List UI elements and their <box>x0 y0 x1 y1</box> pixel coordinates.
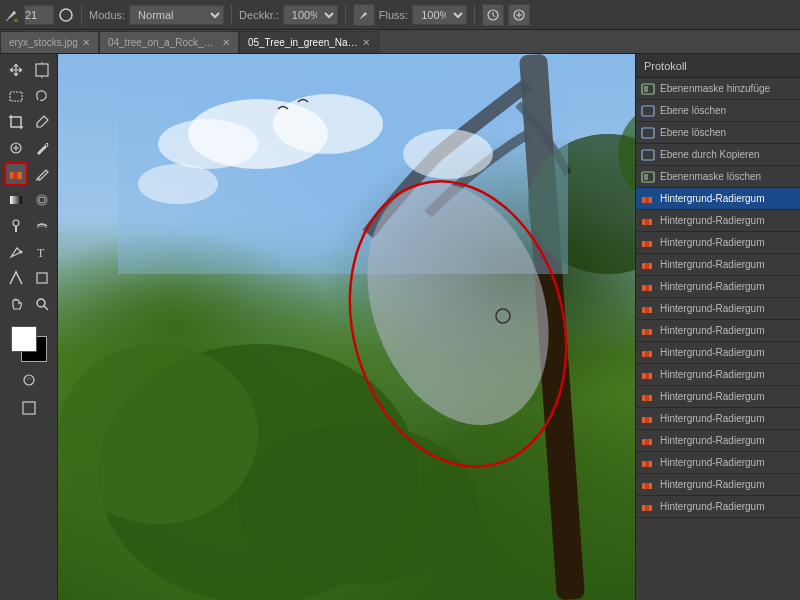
artboard-tool[interactable] <box>30 58 54 82</box>
tab-3[interactable]: 05_Tree_in_green_Nature_by_arc ✕ <box>239 31 379 53</box>
lasso-tool[interactable] <box>30 84 54 108</box>
history-item-h2[interactable]: Ebene löschen <box>636 100 800 122</box>
opacity-select[interactable]: 100% 75% 50% <box>283 5 338 25</box>
history-icon-eraser <box>640 345 656 361</box>
tool-row-3 <box>4 110 54 134</box>
path-selection-tool[interactable] <box>4 266 28 290</box>
eraser-tool[interactable] <box>4 162 28 186</box>
crop-tool[interactable] <box>4 110 28 134</box>
tool-row-10 <box>4 292 54 316</box>
canvas-area[interactable] <box>58 54 635 600</box>
history-item-label: Hintergrund-Radiergum <box>660 237 796 248</box>
svg-line-22 <box>44 306 48 310</box>
mode-select[interactable]: Normal Multiplizieren Abwedeln <box>129 5 224 25</box>
history-item-h17[interactable]: Hintergrund-Radiergum <box>636 430 800 452</box>
svg-rect-76 <box>645 505 649 511</box>
history-item-h4[interactable]: Ebene durch Kopieren <box>636 144 800 166</box>
svg-rect-50 <box>645 219 649 225</box>
foreground-color-swatch[interactable] <box>11 326 37 352</box>
zoom-tool[interactable] <box>30 292 54 316</box>
svg-rect-74 <box>645 483 649 489</box>
history-item-h18[interactable]: Hintergrund-Radiergum <box>636 452 800 474</box>
history-icon-eraser <box>640 411 656 427</box>
history-item-label: Hintergrund-Radiergum <box>660 457 796 468</box>
history-list[interactable]: Ebenenmaske hinzufügeEbene löschenEbene … <box>636 78 800 600</box>
svg-rect-41 <box>644 86 648 92</box>
history-item-h1[interactable]: Ebenenmaske hinzufüge <box>636 78 800 100</box>
history-item-h8[interactable]: Hintergrund-Radiergum <box>636 232 800 254</box>
pen-tool[interactable] <box>4 240 28 264</box>
history-item-h6[interactable]: Hintergrund-Radiergum <box>636 188 800 210</box>
svg-rect-54 <box>645 263 649 269</box>
tab-3-close[interactable]: ✕ <box>362 37 370 48</box>
smudge-tool[interactable] <box>30 214 54 238</box>
tab-2[interactable]: 04_tree_on_a_Rock_by_archaeopteryx_stock… <box>99 31 239 53</box>
tab-1-close[interactable]: ✕ <box>82 37 90 48</box>
history-item-label: Hintergrund-Radiergum <box>660 303 796 314</box>
svg-rect-70 <box>645 439 649 445</box>
history-item-label: Ebene löschen <box>660 127 796 138</box>
marquee-tool[interactable] <box>4 84 28 108</box>
svg-rect-60 <box>645 329 649 335</box>
history-item-h13[interactable]: Hintergrund-Radiergum <box>636 342 800 364</box>
brush-size-input[interactable]: 21 <box>24 5 54 25</box>
history-item-h11[interactable]: Hintergrund-Radiergum <box>636 298 800 320</box>
history-item-h15[interactable]: Hintergrund-Radiergum <box>636 386 800 408</box>
history-item-h14[interactable]: Hintergrund-Radiergum <box>636 364 800 386</box>
history-item-h3[interactable]: Ebene löschen <box>636 122 800 144</box>
tool-row-6 <box>4 188 54 212</box>
history-icon-eraser <box>640 433 656 449</box>
opacity-label: Deckkr.: <box>239 9 279 21</box>
history-item-h5[interactable]: Ebenenmaske löschen <box>636 166 800 188</box>
tab-1[interactable]: eryx_stocks.jpg ✕ <box>0 31 99 53</box>
flow-select[interactable]: 100% 75% 50% <box>412 5 467 25</box>
flow-label: Fluss: <box>379 9 408 21</box>
history-icon-eraser <box>640 367 656 383</box>
tool-row-2 <box>4 84 54 108</box>
healing-tool[interactable] <box>4 136 28 160</box>
history-item-h10[interactable]: Hintergrund-Radiergum <box>636 276 800 298</box>
tool-options-icon[interactable] <box>482 4 504 26</box>
extra-options-icon[interactable] <box>508 4 530 26</box>
history-icon-eraser <box>640 257 656 273</box>
dodge-tool[interactable] <box>4 214 28 238</box>
tool-row-4 <box>4 136 54 160</box>
tool-row-screen <box>17 396 41 420</box>
history-item-h12[interactable]: Hintergrund-Radiergum <box>636 320 800 342</box>
svg-rect-66 <box>645 395 649 401</box>
pencil-tool[interactable] <box>30 162 54 186</box>
history-item-h16[interactable]: Hintergrund-Radiergum <box>636 408 800 430</box>
history-item-label: Ebenenmaske löschen <box>660 171 796 182</box>
gradient-tool[interactable] <box>4 188 28 212</box>
screen-mode-toggle[interactable] <box>17 396 41 420</box>
history-item-label: Ebene durch Kopieren <box>660 149 796 160</box>
history-item-h7[interactable]: Hintergrund-Radiergum <box>636 210 800 232</box>
shape-tool[interactable] <box>30 266 54 290</box>
history-item-label: Hintergrund-Radiergum <box>660 413 796 424</box>
toolbar-brush-icon <box>4 7 20 23</box>
brush-options-icon[interactable] <box>58 7 74 23</box>
move-tool[interactable] <box>4 58 28 82</box>
tool-row-7 <box>4 214 54 238</box>
svg-rect-0 <box>14 19 18 22</box>
history-icon-mask <box>640 169 656 185</box>
tool-row-5 <box>4 162 54 186</box>
history-item-h20[interactable]: Hintergrund-Radiergum <box>636 496 800 518</box>
tab-bar: eryx_stocks.jpg ✕ 04_tree_on_a_Rock_by_a… <box>0 30 800 54</box>
quick-mask-toggle[interactable] <box>17 368 41 392</box>
tab-2-close[interactable]: ✕ <box>222 37 230 48</box>
history-item-h19[interactable]: Hintergrund-Radiergum <box>636 474 800 496</box>
airbrush-toggle[interactable] <box>353 4 375 26</box>
left-toolbox: T <box>0 54 58 600</box>
svg-rect-46 <box>644 174 648 180</box>
history-icon-layer <box>640 147 656 163</box>
history-item-h9[interactable]: Hintergrund-Radiergum <box>636 254 800 276</box>
tab-3-label: 05_Tree_in_green_Nature_by_arc <box>248 37 358 48</box>
color-swatches[interactable] <box>11 326 47 362</box>
eyedropper-tool[interactable] <box>30 110 54 134</box>
type-tool[interactable]: T <box>30 240 54 264</box>
blur-tool[interactable] <box>30 188 54 212</box>
brush-tool[interactable] <box>30 136 54 160</box>
hand-tool[interactable] <box>4 292 28 316</box>
history-icon-eraser <box>640 301 656 317</box>
